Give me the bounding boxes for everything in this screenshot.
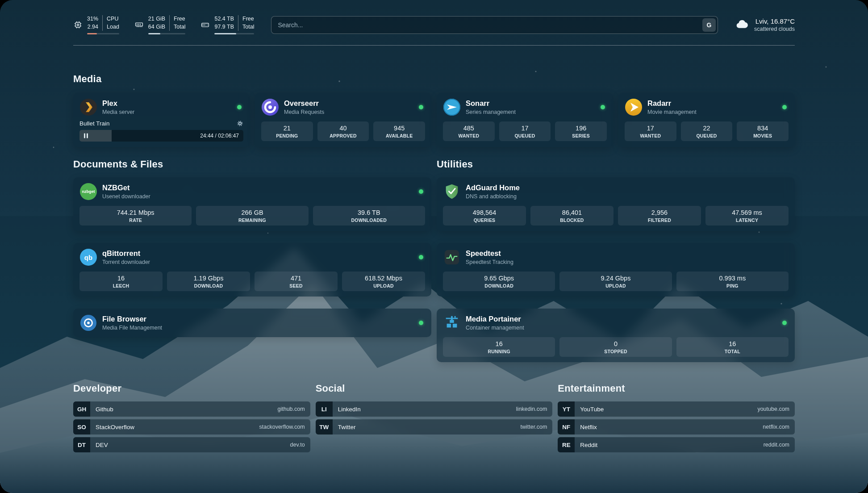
stat-wanted: 17 WANTED <box>625 121 676 141</box>
disk-metric: 52.4 TB 97.9 TB Free Total <box>200 15 254 34</box>
bookmark-stackoverflow[interactable]: SO StackOverflow stackoverflow.com <box>73 419 310 435</box>
media-section-title: Media <box>73 73 795 85</box>
app-description: Media Requests <box>284 109 324 115</box>
bookmark-netflix[interactable]: NF Netflix netflix.com <box>558 419 795 435</box>
memory-metric: 21 GiB 64 GiB Free Total <box>134 15 186 34</box>
pause-icon[interactable] <box>84 134 88 138</box>
bookmark-abbr-badge: SO <box>73 419 90 435</box>
cpu-load-value: 2.94 <box>88 23 98 31</box>
weather-widget: Lviv, 16.87°C scattered clouds <box>735 17 795 33</box>
bookmark-abbr-badge: YT <box>558 401 575 417</box>
weather-condition: scattered clouds <box>754 25 795 33</box>
cpu-metric: 31% 2.94 CPU Load <box>73 15 119 34</box>
app-card-portainer[interactable]: Media Portainer Container management 16 … <box>437 309 795 362</box>
disk-total-value: 97.9 TB <box>214 23 234 31</box>
ram-icon <box>134 20 144 29</box>
app-name: File Browser <box>102 315 162 324</box>
section-utilities: Utilities AdGuard Home <box>437 159 795 362</box>
stat-seed: 471 SEED <box>255 272 338 291</box>
bookmark-url: github.com <box>278 406 305 412</box>
bookmark-name: Netflix <box>580 424 597 430</box>
stat-upload: 618.52 Mbps UPLOAD <box>342 272 425 291</box>
bookmark-reddit[interactable]: RE Reddit reddit.com <box>558 437 795 452</box>
stat-approved: 40 APPROVED <box>317 121 369 141</box>
app-name: Speedtest <box>466 249 513 258</box>
bookmark-name: Github <box>96 406 113 413</box>
bookmark-github[interactable]: GH Github github.com <box>73 401 310 417</box>
stat-download: 9.65 Gbps DOWNLOAD <box>443 272 555 291</box>
bookmark-dev[interactable]: DT DEV dev.to <box>73 437 310 452</box>
app-description: Usenet downloader <box>102 193 150 200</box>
bookmark-abbr-badge: DT <box>73 437 90 452</box>
stat-wanted: 485 WANTED <box>443 121 495 141</box>
app-card-sonarr[interactable]: Sonarr Series management 485 WANTED 17 Q… <box>437 93 613 147</box>
disk-icon <box>200 20 210 29</box>
stat-available: 945 AVAILABLE <box>373 121 425 141</box>
app-description: Container management <box>466 325 524 331</box>
metric-divider <box>238 15 238 31</box>
search-input[interactable] <box>271 16 718 34</box>
stat-latency: 47.569 ms LATENCY <box>705 206 789 226</box>
stat-filtered: 2,956 FILTERED <box>618 206 701 226</box>
bookmark-url: twitter.com <box>521 424 547 430</box>
stat-movies: 834 MOVIES <box>737 121 789 141</box>
stat-stopped: 0 STOPPED <box>559 337 672 357</box>
bookmark-url: linkedin.com <box>516 406 547 412</box>
section-social: Social LI LinkedIn linkedin.com TW Twitt… <box>316 383 553 437</box>
stat-total: 16 TOTAL <box>676 337 789 357</box>
bookmark-abbr-badge: TW <box>316 419 333 435</box>
app-card-overseerr[interactable]: Overseerr Media Requests 21 PENDING 40 A… <box>255 93 431 147</box>
filebrowser-icon <box>79 314 97 332</box>
bookmark-linkedin[interactable]: LI LinkedIn linkedin.com <box>316 401 553 417</box>
cpu-label: CPU <box>107 15 119 23</box>
playback-time: 24:44 / 02:06:47 <box>200 133 239 139</box>
disk-progress-bar <box>214 33 254 34</box>
app-card-qbittorrent[interactable]: qb qBittorrent Torrent downloader 16 LEE… <box>73 243 431 297</box>
app-card-filebrowser[interactable]: File Browser Media File Management <box>73 309 431 337</box>
app-card-speedtest[interactable]: Speedtest Speedtest Tracking 9.65 Gbps D… <box>437 243 795 297</box>
qbittorrent-icon: qb <box>79 248 97 266</box>
stat-pending: 21 PENDING <box>261 121 313 141</box>
utilities-section-title: Utilities <box>437 159 795 170</box>
app-name: AdGuard Home <box>466 184 520 192</box>
app-card-nzbget[interactable]: nzbget NZBGet Usenet downloader 744.21 M… <box>73 177 431 231</box>
disk-free-label: Free <box>242 15 254 23</box>
app-name: Media Portainer <box>466 315 524 324</box>
bookmark-name: Twitter <box>338 424 356 430</box>
memory-total-value: 64 GiB <box>148 23 165 31</box>
search-engine-button[interactable]: G <box>702 18 716 32</box>
bookmark-url: stackoverflow.com <box>259 424 305 430</box>
memory-progress-bar <box>148 33 186 34</box>
stat-series: 196 SERIES <box>555 121 607 141</box>
bookmark-abbr-badge: RE <box>558 437 575 452</box>
memory-total-label: Total <box>174 23 185 31</box>
cpu-chip-icon <box>73 20 83 29</box>
memory-free-label: Free <box>174 15 185 23</box>
bookmark-abbr-badge: LI <box>316 401 333 417</box>
stat-download: 1.19 Gbps DOWNLOAD <box>167 272 250 291</box>
bookmark-youtube[interactable]: YT YouTube youtube.com <box>558 401 795 417</box>
stat-queued: 17 QUEUED <box>499 121 551 141</box>
bookmark-url: netflix.com <box>763 424 789 430</box>
adguard-icon <box>443 183 461 201</box>
app-name: Radarr <box>647 99 697 108</box>
system-metrics: 31% 2.94 CPU Load <box>73 15 254 34</box>
bookmark-twitter[interactable]: TW Twitter twitter.com <box>316 419 553 435</box>
speedtest-icon <box>443 248 461 266</box>
metric-divider <box>102 15 103 31</box>
documents-section-title: Documents & Files <box>73 159 431 170</box>
app-description: Movie management <box>647 109 697 115</box>
section-entertainment: Entertainment YT YouTube youtube.com NF … <box>558 383 795 455</box>
now-playing-title: Bullet Train <box>79 120 110 127</box>
gear-icon[interactable] <box>237 120 243 127</box>
stat-upload: 9.24 Gbps UPLOAD <box>559 272 672 291</box>
bookmark-url: dev.to <box>290 442 305 448</box>
app-card-plex[interactable]: Plex Media server Bullet Train <box>73 93 250 147</box>
overseerr-icon <box>261 98 279 116</box>
bookmark-url: reddit.com <box>764 442 789 448</box>
app-card-radarr[interactable]: Radarr Movie management 17 WANTED 22 QUE… <box>618 93 795 147</box>
app-card-adguard[interactable]: AdGuard Home DNS and adblocking 498,564 … <box>437 177 795 231</box>
bookmark-name: YouTube <box>580 406 604 413</box>
app-name: NZBGet <box>102 184 150 192</box>
section-documents-files: Documents & Files nzbget NZBGet Usenet d… <box>73 159 431 337</box>
